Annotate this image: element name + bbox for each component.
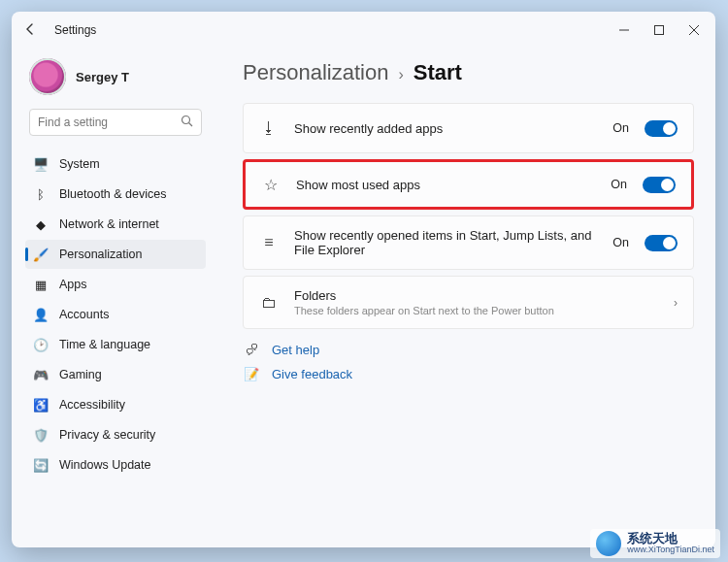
sidebar-item-label: Network & internet (59, 217, 159, 231)
settings-list: ⭳Show recently added appsOn☆Show most us… (243, 103, 694, 329)
setting-row-show-recently-added-apps: ⭳Show recently added appsOn (243, 103, 694, 153)
display-icon: 🖥️ (33, 156, 49, 172)
window-title: Settings (54, 23, 96, 37)
breadcrumb-current: Start (414, 60, 462, 85)
setting-text: Show recently opened items in Start, Jum… (294, 228, 597, 257)
sidebar-item-personalization[interactable]: 🖌️Personalization (25, 240, 206, 269)
sidebar-item-label: Accounts (59, 308, 109, 321)
toggle-state: On (612, 121, 629, 135)
setting-row-show-recently-opened-items-in-: ≡Show recently opened items in Start, Ju… (243, 215, 694, 270)
sidebar-item-label: Personalization (59, 248, 142, 261)
gaming-icon: 🎮 (33, 367, 49, 382)
apps-icon: ▦ (33, 277, 49, 292)
user-block[interactable]: Sergey T (29, 58, 206, 95)
window-body: Sergey T Find a setting 🖥️SystemᛒBluetoo… (12, 49, 715, 547)
sidebar-item-label: Privacy & security (59, 428, 155, 442)
setting-label: Show recently opened items in Start, Jum… (294, 228, 597, 257)
personalization-icon: 🖌️ (33, 247, 49, 262)
accounts-icon: 👤 (33, 307, 49, 322)
toggle-switch[interactable] (645, 235, 678, 251)
feedback-icon: 📝 (243, 367, 260, 381)
chevron-right-icon: › (674, 296, 678, 310)
chevron-right-icon: › (398, 66, 403, 83)
arrow-left-icon (25, 23, 37, 35)
sidebar-item-system[interactable]: 🖥️System (25, 149, 206, 179)
titlebar: Settings (12, 12, 715, 49)
give-feedback-link[interactable]: 📝 Give feedback (243, 367, 694, 381)
close-icon (689, 25, 699, 35)
star-icon: ☆ (261, 176, 281, 194)
privacy-icon: 🛡️ (33, 427, 49, 443)
toggle-state: On (612, 236, 629, 249)
download-icon: ⭳ (259, 119, 279, 137)
give-feedback-label: Give feedback (272, 367, 352, 381)
help-links: 🗪 Get help 📝 Give feedback (243, 343, 694, 381)
toggle-state: On (611, 178, 627, 191)
sidebar-item-label: Accessibility (59, 398, 125, 412)
sidebar-item-label: Time & language (59, 338, 150, 351)
svg-rect-1 (655, 26, 664, 35)
close-button[interactable] (677, 16, 711, 45)
avatar (29, 58, 66, 95)
breadcrumb: Personalization › Start (243, 60, 694, 85)
folder-icon: 🗀 (259, 294, 279, 312)
back-button[interactable] (21, 23, 41, 38)
setting-subtext: These folders appear on Start next to th… (294, 305, 658, 316)
main-content: Personalization › Start ⭳Show recently a… (214, 49, 715, 547)
watermark: 系统天地 www.XiTongTianDi.net (590, 529, 720, 558)
watermark-cn: 系统天地 (627, 532, 714, 545)
maximize-button[interactable] (642, 16, 677, 45)
search-input[interactable]: Find a setting (29, 109, 202, 136)
search-placeholder: Find a setting (38, 116, 108, 129)
sidebar-item-privacy-security[interactable]: 🛡️Privacy & security (25, 420, 206, 449)
user-name: Sergey T (76, 70, 129, 84)
toggle-switch[interactable] (645, 120, 678, 137)
setting-text: Show most used apps (296, 178, 595, 192)
sidebar-item-label: Bluetooth & devices (59, 187, 167, 201)
sidebar-item-bluetooth-devices[interactable]: ᛒBluetooth & devices (25, 180, 206, 209)
sidebar-item-time-language[interactable]: 🕑Time & language (25, 330, 206, 359)
settings-window: Settings Sergey T Find a setting 🖥️Syste… (12, 12, 715, 547)
bluetooth-icon: ᛒ (33, 186, 49, 202)
get-help-link[interactable]: 🗪 Get help (243, 343, 694, 357)
update-icon: 🔄 (33, 457, 49, 473)
svg-point-2 (182, 116, 190, 124)
watermark-en: www.XiTongTianDi.net (627, 545, 714, 555)
time-icon: 🕑 (33, 337, 49, 352)
breadcrumb-parent[interactable]: Personalization (243, 60, 388, 85)
sidebar-item-label: Gaming (59, 368, 102, 381)
svg-line-3 (189, 123, 193, 127)
setting-row-folders[interactable]: 🗀FoldersThese folders appear on Start ne… (243, 276, 694, 329)
network-icon: ◆ (33, 216, 49, 232)
list-icon: ≡ (259, 234, 279, 251)
help-icon: 🗪 (243, 343, 260, 357)
sidebar-item-label: Apps (59, 278, 87, 291)
setting-text: FoldersThese folders appear on Start nex… (294, 288, 658, 316)
get-help-label: Get help (272, 343, 319, 357)
search-icon (181, 115, 193, 130)
sidebar-item-network-internet[interactable]: ◆Network & internet (25, 210, 206, 239)
window-controls (607, 16, 711, 45)
toggle-switch[interactable] (643, 177, 676, 193)
setting-label: Show most used apps (296, 178, 595, 192)
sidebar-item-gaming[interactable]: 🎮Gaming (25, 360, 206, 389)
setting-text: Show recently added apps (294, 121, 597, 136)
sidebar-item-windows-update[interactable]: 🔄Windows Update (25, 450, 206, 479)
sidebar-item-label: System (59, 157, 100, 171)
maximize-icon (654, 25, 664, 35)
sidebar-item-accounts[interactable]: 👤Accounts (25, 300, 206, 329)
setting-row-show-most-used-apps: ☆Show most used appsOn (243, 159, 694, 210)
nav: 🖥️SystemᛒBluetooth & devices◆Network & i… (25, 149, 206, 479)
setting-label: Folders (294, 288, 658, 303)
sidebar-item-apps[interactable]: ▦Apps (25, 270, 206, 299)
minimize-button[interactable] (607, 16, 642, 45)
setting-label: Show recently added apps (294, 121, 597, 136)
sidebar: Sergey T Find a setting 🖥️SystemᛒBluetoo… (12, 49, 214, 547)
minimize-icon (619, 25, 629, 35)
watermark-logo-icon (596, 531, 621, 556)
sidebar-item-label: Windows Update (59, 458, 151, 472)
accessibility-icon: ♿ (33, 397, 49, 413)
sidebar-item-accessibility[interactable]: ♿Accessibility (25, 390, 206, 419)
